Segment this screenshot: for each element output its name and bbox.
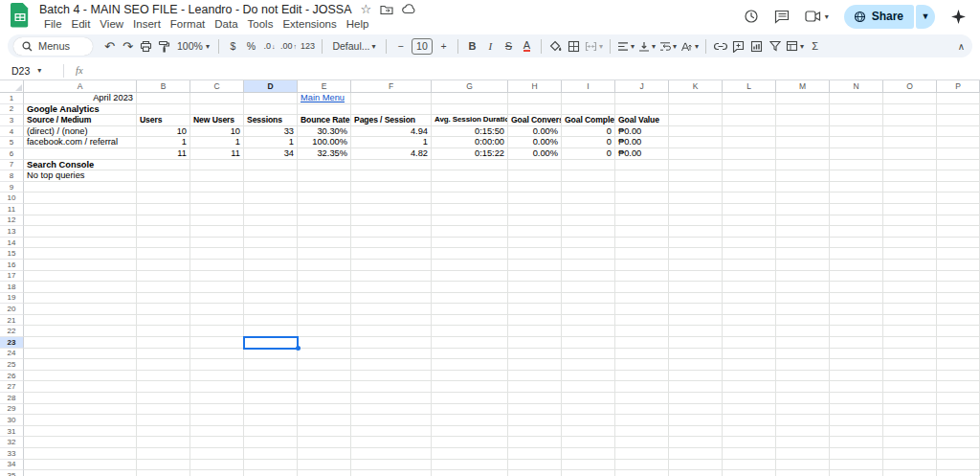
cell-A6[interactable] [24,148,137,160]
create-filter-button[interactable] [766,37,784,56]
cell-K19[interactable] [669,293,723,305]
cell-B4[interactable]: 10 [137,126,190,138]
cell-G9[interactable] [432,182,508,193]
cell-J4[interactable]: ₱0.00 [615,126,669,138]
cell-G7[interactable] [432,160,508,171]
cell-B34[interactable] [137,460,190,471]
cell-I9[interactable] [562,182,615,193]
column-header-I[interactable]: I [562,80,615,93]
cell-C11[interactable] [190,204,244,215]
cell-O27[interactable] [883,381,937,393]
cell-O29[interactable] [883,404,937,416]
cell-K1[interactable] [669,93,723,104]
cell-L6[interactable] [723,148,776,160]
row-header-26[interactable]: 26 [0,371,24,382]
cell-H26[interactable] [508,371,562,382]
cell-L34[interactable] [723,460,776,471]
cell-L18[interactable] [723,282,776,293]
cell-H30[interactable] [508,415,562,426]
cell-K33[interactable] [669,448,723,460]
cell-O5[interactable] [883,137,937,148]
cell-L28[interactable] [723,393,776,404]
cell-H13[interactable] [508,226,562,238]
cell-F13[interactable] [351,226,432,238]
row-header-6[interactable]: 6 [0,148,24,160]
cell-P35[interactable] [937,470,980,476]
column-header-O[interactable]: O [883,80,937,93]
cell-C5[interactable]: 1 [190,137,244,148]
decrease-decimals-button[interactable]: .0↓ [260,37,278,56]
menu-tools[interactable]: Tools [243,18,278,30]
cell-B9[interactable] [137,182,190,193]
cell-E10[interactable] [298,193,351,204]
row-header-31[interactable]: 31 [0,426,24,438]
cell-D10[interactable] [244,193,298,204]
cell-D3[interactable]: Sessions [244,115,298,126]
cell-K31[interactable] [669,426,723,438]
cell-E7[interactable] [298,160,351,171]
cell-H10[interactable] [508,193,562,204]
cell-K4[interactable] [669,126,723,138]
cell-H8[interactable] [508,170,562,182]
cell-D15[interactable] [244,248,298,260]
menu-data[interactable]: Data [210,18,242,30]
cell-E17[interactable] [298,271,351,283]
cell-A25[interactable] [24,359,137,371]
cell-H7[interactable] [508,160,562,171]
cell-L15[interactable] [723,248,776,260]
cell-P8[interactable] [937,170,980,182]
cell-K12[interactable] [669,215,723,227]
cell-P29[interactable] [937,404,980,416]
sheets-logo-icon[interactable] [10,3,31,30]
bold-button[interactable]: B [463,37,481,56]
cell-J29[interactable] [615,404,669,416]
menu-edit[interactable]: Edit [67,18,96,30]
cell-C28[interactable] [190,393,244,404]
cell-O22[interactable] [883,326,937,337]
cell-A21[interactable] [24,315,137,327]
cell-J11[interactable] [615,204,669,215]
cell-N32[interactable] [830,437,883,448]
cell-F29[interactable] [351,404,432,416]
cell-C31[interactable] [190,426,244,438]
row-header-33[interactable]: 33 [0,448,24,460]
cell-B17[interactable] [137,271,190,283]
cell-I10[interactable] [562,193,615,204]
cell-J9[interactable] [615,182,669,193]
cell-J22[interactable] [615,326,669,337]
cell-F7[interactable] [351,160,432,171]
cell-O17[interactable] [883,271,937,283]
cell-H4[interactable]: 0.00% [508,126,562,138]
cell-N19[interactable] [830,293,883,305]
cell-J1[interactable] [615,93,669,104]
print-button[interactable] [137,37,155,56]
cell-A8[interactable]: No top queries [24,170,137,182]
cell-I31[interactable] [562,426,615,438]
cell-M4[interactable] [776,126,830,138]
cell-P9[interactable] [937,182,980,193]
cell-H6[interactable]: 0.00% [508,148,562,160]
cell-L22[interactable] [723,326,776,337]
cell-F23[interactable] [351,337,432,349]
column-header-E[interactable]: E [298,80,351,93]
cell-B23[interactable] [137,337,190,349]
cell-D34[interactable] [244,460,298,471]
cell-H34[interactable] [508,460,562,471]
cell-B16[interactable] [137,260,190,271]
column-header-B[interactable]: B [137,80,190,93]
cell-P34[interactable] [937,460,980,471]
cell-P31[interactable] [937,426,980,438]
cell-N35[interactable] [830,470,883,476]
cell-H3[interactable]: Goal Conversio [508,115,562,126]
cell-F22[interactable] [351,326,432,337]
cell-L21[interactable] [723,315,776,327]
cell-N15[interactable] [830,248,883,260]
cell-D23[interactable] [244,337,298,349]
row-header-22[interactable]: 22 [0,326,24,337]
cell-D32[interactable] [244,437,298,448]
column-header-D[interactable]: D [244,80,298,93]
cell-B28[interactable] [137,393,190,404]
cell-L9[interactable] [723,182,776,193]
cell-O26[interactable] [883,371,937,382]
cell-B5[interactable]: 1 [137,137,190,148]
